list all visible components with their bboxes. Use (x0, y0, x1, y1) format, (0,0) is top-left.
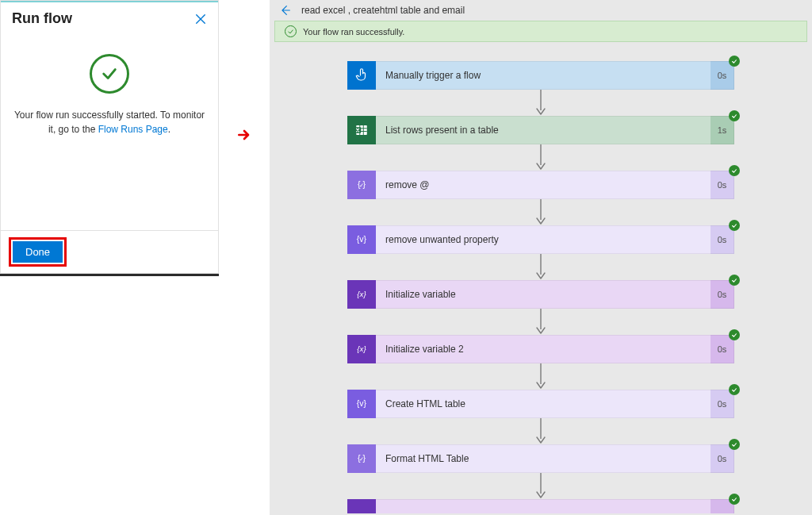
done-button[interactable]: Done (13, 241, 63, 263)
step-icon (347, 335, 376, 363)
flow-step-4[interactable]: Initialize variable0s (347, 280, 734, 309)
step-connector (347, 363, 734, 390)
step-icon (347, 280, 376, 309)
success-check-icon (90, 54, 129, 94)
attention-arrow-icon (236, 127, 252, 146)
step-success-icon (729, 275, 740, 286)
step-connector (347, 90, 734, 116)
close-icon[interactable] (194, 13, 207, 25)
step-label: remove @ (376, 171, 710, 199)
step-icon (347, 171, 376, 199)
step-label: Format HTML Table (376, 444, 710, 473)
step-success-icon (729, 220, 740, 231)
run-success-message: Your flow run successfully started. To m… (1, 108, 218, 136)
step-success-icon (729, 329, 740, 340)
step-label: Initialize variable (376, 280, 710, 309)
step-icon (347, 390, 376, 418)
flow-canvas: read excel , createhtml table and email … (270, 0, 812, 515)
success-banner-text: Your flow ran successfully. (303, 27, 404, 37)
step-connector (347, 144, 734, 171)
flow-step-1[interactable]: List rows present in a table1s (347, 116, 734, 144)
step-label (376, 499, 710, 513)
step-icon (347, 444, 376, 473)
step-success-icon (729, 56, 740, 67)
step-label: remove unwanted property (376, 225, 710, 254)
flow-step-partial[interactable] (347, 499, 734, 513)
step-label: Manually trigger a flow (376, 61, 710, 90)
step-label: Initialize variable 2 (376, 335, 710, 363)
step-connector (347, 473, 734, 499)
panel-shadow (0, 274, 219, 276)
step-success-icon (729, 494, 740, 505)
flow-step-0[interactable]: Manually trigger a flow0s (347, 61, 734, 90)
step-success-icon (729, 165, 740, 176)
step-connector (347, 418, 734, 444)
step-success-icon (729, 384, 740, 395)
step-connector (347, 199, 734, 225)
flow-step-3[interactable]: remove unwanted property0s (347, 225, 734, 254)
step-success-icon (729, 110, 740, 121)
step-icon (347, 499, 376, 513)
step-connector (347, 309, 734, 335)
done-highlight-box: Done (9, 237, 67, 267)
back-arrow-icon[interactable] (279, 4, 292, 17)
step-icon (347, 225, 376, 254)
flow-title: read excel , createhtml table and email (301, 5, 465, 16)
flow-success-banner: Your flow ran successfully. (274, 21, 807, 42)
canvas-header: read excel , createhtml table and email (270, 0, 812, 21)
flow-step-5[interactable]: Initialize variable 20s (347, 335, 734, 363)
step-label: List rows present in a table (376, 116, 710, 144)
success-check-small-icon (285, 25, 297, 37)
steps-container: Manually trigger a flow0sList rows prese… (270, 42, 812, 513)
step-icon (347, 116, 376, 144)
step-label: Create HTML table (376, 390, 710, 418)
flow-step-6[interactable]: Create HTML table0s (347, 390, 734, 418)
run-flow-panel: Run flow Your flow run successfully star… (0, 0, 219, 274)
flow-step-7[interactable]: Format HTML Table0s (347, 444, 734, 473)
step-success-icon (729, 439, 740, 450)
step-icon (347, 61, 376, 90)
panel-title: Run flow (12, 10, 72, 27)
flow-step-2[interactable]: remove @0s (347, 171, 734, 199)
flow-runs-page-link[interactable]: Flow Runs Page (98, 124, 168, 135)
panel-footer: Done (1, 230, 218, 273)
step-connector (347, 254, 734, 280)
